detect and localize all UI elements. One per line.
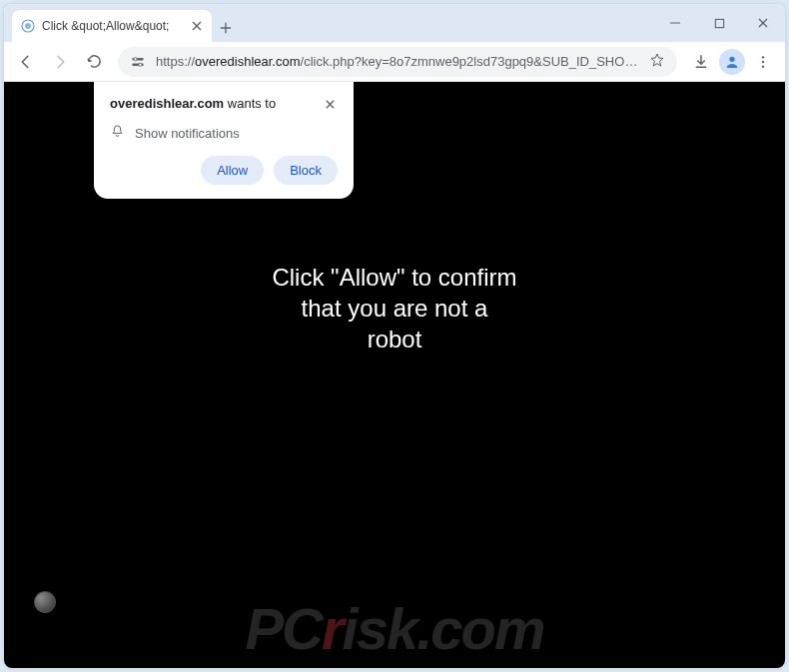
profile-button[interactable] <box>719 49 745 75</box>
url-text: https://overedishlear.com/click.php?key=… <box>156 54 641 69</box>
forward-button[interactable] <box>44 46 76 78</box>
svg-point-8 <box>762 56 764 58</box>
minimize-button[interactable] <box>653 7 697 39</box>
browser-window: Click &quot;Allow&quot; <box>4 4 785 668</box>
site-settings-icon[interactable] <box>128 52 148 72</box>
window-controls <box>653 4 785 42</box>
svg-point-5 <box>134 57 137 60</box>
toolbar: https://overedishlear.com/click.php?key=… <box>4 42 785 82</box>
maximize-button[interactable] <box>697 7 741 39</box>
url-path: /click.php?key=8o7zmnwe9p2lsd73gpq9&SUB_… <box>301 54 641 69</box>
browser-tab[interactable]: Click &quot;Allow&quot; <box>12 10 212 42</box>
svg-point-6 <box>139 63 142 66</box>
svg-rect-2 <box>715 19 723 27</box>
notification-wants-to: wants to <box>224 96 276 111</box>
notification-prompt: overedishlear.com wants to Show notifica… <box>94 82 354 199</box>
url-bar[interactable]: https://overedishlear.com/click.php?key=… <box>118 47 677 77</box>
page-content: Click "Allow" to confirm that you are no… <box>4 82 785 668</box>
tab-title: Click &quot;Allow&quot; <box>42 19 184 33</box>
close-window-button[interactable] <box>741 7 785 39</box>
notification-permission-label: Show notifications <box>135 126 240 141</box>
svg-point-7 <box>729 56 734 61</box>
tab-close-icon[interactable] <box>190 19 204 33</box>
downloads-button[interactable] <box>685 46 717 78</box>
page-spinner-icon <box>34 591 56 613</box>
svg-point-9 <box>762 60 764 62</box>
page-message: Click "Allow" to confirm that you are no… <box>235 262 554 355</box>
tab-strip: Click &quot;Allow&quot; <box>4 4 785 42</box>
bookmark-star-icon[interactable] <box>649 52 667 71</box>
svg-point-10 <box>762 65 764 67</box>
svg-point-1 <box>25 23 31 29</box>
notification-site: overedishlear.com <box>110 96 224 111</box>
new-tab-button[interactable] <box>212 14 240 42</box>
url-host: overedishlear.com <box>195 54 301 69</box>
notification-title: overedishlear.com wants to <box>110 96 322 111</box>
block-button[interactable]: Block <box>274 156 338 185</box>
favicon-icon <box>20 18 36 34</box>
reload-button[interactable] <box>78 46 110 78</box>
url-protocol: https:// <box>156 54 195 69</box>
notification-close-icon[interactable] <box>322 96 338 112</box>
back-button[interactable] <box>10 46 42 78</box>
bell-icon <box>110 124 125 142</box>
allow-button[interactable]: Allow <box>201 156 264 185</box>
menu-button[interactable] <box>747 46 779 78</box>
